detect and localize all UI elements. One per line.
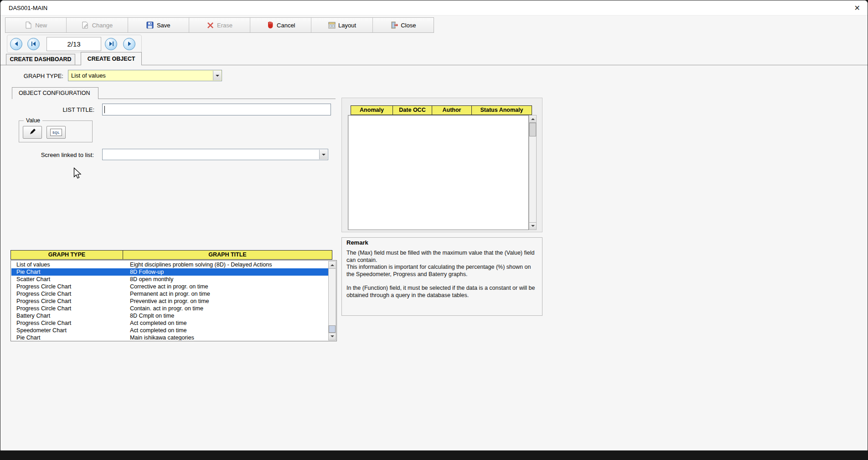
scroll-up-button[interactable]	[529, 115, 536, 123]
previous-arrow-icon	[14, 40, 19, 48]
list-title-input[interactable]	[102, 104, 331, 115]
layout-icon	[328, 21, 336, 29]
graph-type-dropdown-button[interactable]	[213, 71, 221, 80]
new-button-label: New	[35, 22, 47, 29]
author-column-header[interactable]: Author	[432, 105, 472, 115]
nav-first-button[interactable]	[27, 38, 40, 50]
scrollbar-thumb[interactable]	[329, 325, 336, 333]
cancel-button-label: Cancel	[277, 22, 295, 29]
scrollbar-thumb[interactable]	[529, 123, 536, 136]
remark-paragraph: In the (Function) field, it must be sele…	[346, 285, 538, 299]
new-button[interactable]: New	[5, 18, 67, 32]
graph-title-cell: Main ishikawa categories	[130, 335, 328, 340]
window-close-button[interactable]: ✕	[854, 4, 860, 12]
save-icon	[146, 21, 154, 29]
graph-type-label: GRAPH TYPE:	[19, 73, 63, 79]
graph-list-row[interactable]: List of valuesEight disciplines problem …	[11, 261, 328, 268]
graph-title-cell: Act completed on time	[130, 327, 328, 334]
graph-list-row[interactable]: Progress Circle ChartPermanent act in pr…	[11, 290, 328, 298]
skip-to-first-icon	[31, 40, 36, 48]
chevron-down-icon	[322, 154, 326, 157]
graph-title-column-header[interactable]: GRAPH TITLE	[123, 250, 332, 260]
graph-list-row[interactable]: Progress Circle ChartAct completed on ti…	[11, 319, 328, 327]
graph-title-cell: Preventive act in progr. on time	[130, 298, 328, 304]
anomaly-list[interactable]	[348, 115, 529, 230]
new-document-icon	[25, 21, 32, 29]
graph-list-row[interactable]: Pie ChartMain ishikawa categories	[11, 334, 328, 340]
graph-list-row[interactable]: Progress Circle ChartPreventive act in p…	[11, 298, 328, 305]
graph-title-cell: Permanent act in progr. on time	[130, 291, 328, 297]
graph-type-cell: Progress Circle Chart	[11, 283, 130, 290]
graph-list-rows: List of valuesEight disciplines problem …	[11, 261, 328, 340]
nav-last-button[interactable]	[105, 38, 117, 50]
anomaly-column-header[interactable]: Anomaly	[351, 105, 393, 115]
erase-button-label: Erase	[217, 22, 232, 29]
scrollbar-track[interactable]	[529, 123, 536, 222]
graph-type-cell: Progress Circle Chart	[11, 291, 130, 297]
graph-title-cell: 8D open monthly	[130, 276, 328, 282]
remark-paragraph: The (Max) field must be filled with the …	[346, 250, 538, 264]
record-position-field[interactable]: 2/13	[46, 37, 101, 51]
graph-list-row[interactable]: Pie Chart8D Follow-up	[11, 268, 328, 276]
exit-icon	[390, 21, 398, 29]
cancel-hand-icon	[266, 21, 274, 29]
sql-icon: SQL	[50, 129, 62, 136]
remark-title: Remark	[346, 239, 368, 246]
erase-button[interactable]: Erase	[189, 18, 250, 32]
graph-type-cell: Progress Circle Chart	[11, 298, 130, 304]
graph-list-row[interactable]: Battery Chart8D Cmplt on time	[11, 312, 328, 319]
scroll-down-button[interactable]	[529, 222, 536, 230]
remark-paragraph: This information is important for calcul…	[346, 264, 538, 278]
screen-linked-select[interactable]	[102, 149, 328, 160]
graph-list-scrollbar[interactable]	[328, 261, 336, 340]
graph-list-row[interactable]: Speedometer ChartAct completed on time	[11, 327, 328, 334]
anomaly-scrollbar[interactable]	[529, 115, 537, 230]
pen-icon	[29, 128, 36, 137]
app-window: DAS001-MAIN ✕ New Change Save Erase Canc…	[0, 0, 868, 451]
graph-title-cell: 8D Follow-up	[130, 269, 328, 275]
graph-type-column-header[interactable]: GRAPH TYPE	[10, 250, 123, 260]
graph-type-cell: Progress Circle Chart	[11, 320, 130, 326]
cancel-button[interactable]: Cancel	[250, 18, 311, 32]
change-button[interactable]: Change	[67, 18, 128, 32]
anomaly-panel: Anomaly Date OCC Author Status Anomaly	[341, 98, 542, 232]
value-group: Value SQL	[19, 120, 93, 142]
text-caret	[104, 106, 105, 113]
graph-list-row[interactable]: Progress Circle ChartCorrective act in p…	[11, 283, 328, 290]
erase-icon	[207, 21, 214, 29]
remark-paragraph	[346, 278, 538, 285]
scrollbar-track[interactable]	[329, 269, 336, 333]
graph-type-select[interactable]: List of values	[68, 70, 222, 81]
scroll-up-button[interactable]	[329, 261, 336, 269]
change-icon	[82, 21, 89, 29]
tab-create-dashboard[interactable]: CREATE DASHBOARD	[6, 54, 75, 65]
value-function-button[interactable]	[23, 126, 42, 139]
screen-linked-dropdown-button[interactable]	[319, 150, 327, 159]
list-title-label: LIST TITLE:	[46, 106, 94, 113]
nav-next-button[interactable]	[123, 38, 135, 50]
date-occ-column-header[interactable]: Date OCC	[393, 105, 432, 115]
graph-type-cell: Scatter Chart	[11, 276, 130, 282]
status-anomaly-column-header[interactable]: Status Anomaly	[471, 105, 532, 115]
main-tab-strip: CREATE DASHBOARD CREATE OBJECT	[0, 52, 868, 65]
graph-type-cell: Battery Chart	[11, 313, 130, 319]
triangle-down-icon	[331, 335, 334, 339]
nav-previous-button[interactable]	[10, 38, 22, 50]
graph-title-cell: Eight disciplines problem solving (8D) -…	[130, 261, 328, 268]
value-sql-button[interactable]: SQL	[46, 126, 66, 139]
graph-list-row[interactable]: Progress Circle ChartContain. act in pro…	[11, 305, 328, 312]
title-bar: DAS001-MAIN ✕	[0, 0, 868, 16]
graph-type-cell: Progress Circle Chart	[11, 305, 130, 312]
screen-bottom-strip	[0, 451, 868, 460]
graph-type-cell: Pie Chart	[11, 269, 130, 275]
scroll-down-button[interactable]	[329, 333, 336, 340]
close-button[interactable]: Close	[373, 18, 434, 32]
tab-create-object[interactable]: CREATE OBJECT	[81, 52, 142, 65]
save-button[interactable]: Save	[128, 18, 189, 32]
graph-list-row[interactable]: Scatter Chart8D open monthly	[11, 276, 328, 283]
tab-object-configuration[interactable]: OBJECT CONFIGURATION	[12, 87, 98, 99]
skip-to-last-icon	[108, 40, 114, 48]
save-button-label: Save	[157, 22, 170, 29]
layout-button[interactable]: Layout	[311, 18, 372, 32]
graph-title-cell: Act completed on time	[130, 320, 328, 326]
